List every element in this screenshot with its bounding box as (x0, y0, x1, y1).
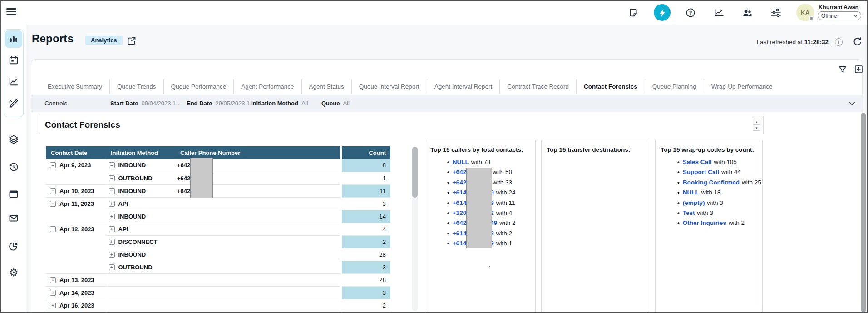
tab-queue-interval-report[interactable]: Queue Interval Report (351, 79, 427, 94)
filter-start-date[interactable]: Start Date09/04/2023 1... (110, 95, 181, 112)
panel-footnote: . (488, 261, 490, 268)
info-icon[interactable]: i (835, 38, 843, 46)
cell-initiation-method: +INBOUND (106, 248, 175, 261)
expand-plus-icon[interactable]: + (109, 252, 115, 258)
collapse-minus-icon[interactable]: − (109, 188, 115, 194)
help-icon[interactable]: ? (686, 8, 695, 18)
section-header: Contact Forensics ▲ ▼ (39, 116, 764, 134)
sidebar-item-mail[interactable] (8, 213, 19, 224)
chevron-down-icon[interactable] (848, 101, 856, 106)
wrapup-link[interactable]: Test (683, 209, 695, 216)
filter-queue[interactable]: QueueAll (321, 95, 350, 112)
section-spinner: ▲ ▼ (753, 119, 760, 131)
caller-link[interactable]: +614 (453, 230, 466, 237)
redaction-overlay (190, 158, 213, 198)
sidebar-item-design[interactable] (5, 94, 22, 112)
sidebar-item-window[interactable] (8, 189, 19, 199)
tab-wrap-up-performance[interactable]: Wrap-Up Performance (704, 79, 780, 94)
panel-wrapup-codes: Top 15 wrap-up codes by count: •Sales Ca… (655, 140, 763, 313)
wrapup-link[interactable]: Booking Confirmed (683, 179, 740, 186)
cell-count: 1 (341, 172, 390, 184)
sidebar-item-calendar[interactable] (5, 52, 22, 69)
method-label: DISCONNECT (118, 238, 158, 245)
agents-icon[interactable] (742, 8, 752, 18)
metrics-icon[interactable] (714, 8, 724, 18)
filter-icon[interactable] (838, 65, 847, 74)
caller-link[interactable]: NULL (453, 159, 469, 165)
wrapup-item: •Other Inquirieswith 2 (677, 218, 762, 228)
column-header-count[interactable]: Count (341, 146, 390, 159)
column-header-contact-date[interactable]: Contact Date (46, 146, 106, 159)
date-label: Apr 10, 2023 (59, 188, 94, 194)
method-cell-content: +DISCONNECT (106, 236, 176, 248)
filter-initiation-method[interactable]: Initiation MethodAll (251, 95, 308, 112)
panel-title: Top 15 callers by total contacts: (425, 140, 535, 153)
caller-link[interactable]: +614 (453, 189, 466, 196)
collapse-minus-icon[interactable]: − (109, 162, 115, 168)
collapse-minus-icon[interactable]: − (109, 175, 115, 181)
bullet-icon: • (677, 169, 680, 175)
spinner-up-icon[interactable]: ▲ (753, 119, 760, 125)
expand-plus-icon[interactable]: + (109, 226, 115, 232)
expand-plus-icon[interactable]: + (109, 201, 115, 207)
tab-contract-trace-record[interactable]: Contract Trace Record (499, 79, 576, 94)
collapse-minus-icon[interactable]: − (50, 226, 56, 232)
status-select[interactable]: Offline (818, 11, 861, 20)
sidebar-item-history[interactable] (8, 161, 19, 172)
sidebar-item-metrics[interactable] (5, 73, 22, 90)
caller-link[interactable]: +120 (453, 209, 466, 216)
expand-plus-icon[interactable]: + (50, 303, 56, 308)
quick-actions-icon[interactable] (654, 4, 671, 21)
sidebar-item-layers[interactable] (8, 134, 19, 145)
download-icon[interactable] (854, 65, 863, 74)
table-scrollbar-thumb[interactable] (412, 147, 418, 198)
tab-agent-status[interactable]: Agent Status (301, 79, 351, 94)
wrapup-link[interactable]: NULL (683, 189, 699, 196)
external-link-icon[interactable] (127, 36, 136, 45)
expand-plus-icon[interactable]: + (50, 277, 56, 283)
bullet-icon: • (677, 219, 680, 226)
sidebar-item-analytics-dashboard[interactable] (5, 30, 22, 48)
sidebar-item-settings[interactable]: ⚙ (8, 267, 19, 278)
table-row: +Apr 16, 20232 (46, 299, 390, 312)
refresh-icon[interactable] (853, 37, 862, 46)
caller-link[interactable]: +642 (453, 219, 466, 226)
expand-plus-icon[interactable]: + (109, 239, 115, 245)
wrapup-link[interactable]: Other Inquiries (683, 219, 726, 226)
tab-executive-summary[interactable]: Executive Summary (40, 79, 109, 94)
wrapup-link[interactable]: (empty) (683, 199, 705, 206)
date-cell-content: +Apr 13, 2023 (46, 274, 106, 286)
contact-forensics-table: Contact DateInitiation MethodCaller Phon… (46, 146, 390, 312)
tab-agent-interval-report[interactable]: Agent Interval Report (427, 79, 500, 94)
tab-queue-performance[interactable]: Queue Performance (163, 79, 234, 94)
notes-icon[interactable] (628, 8, 638, 18)
caller-link[interactable]: +614 (453, 199, 466, 206)
gear-icon: ⚙ (8, 267, 19, 278)
method-label: INBOUND (118, 213, 146, 220)
caller-link[interactable]: +614 (453, 240, 466, 247)
column-header-caller-phone-number[interactable]: Caller Phone Number (175, 146, 341, 159)
sidebar-item-pie-chart[interactable] (8, 241, 19, 252)
method-label: OUTBOUND (118, 175, 153, 182)
expand-plus-icon[interactable]: + (109, 264, 115, 270)
hamburger-menu-icon[interactable] (6, 8, 16, 15)
wrapup-link[interactable]: Support Call (683, 169, 719, 175)
tab-queue-planning[interactable]: Queue Planning (645, 79, 704, 94)
wrapup-link[interactable]: Sales Call (683, 159, 712, 165)
page-scrollbar-thumb[interactable] (861, 113, 866, 313)
collapse-minus-icon[interactable]: − (50, 188, 56, 194)
column-header-initiation-method[interactable]: Initiation Method (106, 146, 175, 159)
collapse-minus-icon[interactable]: − (50, 201, 56, 207)
filter-end-date[interactable]: End Date29/05/2023 1... (187, 95, 255, 112)
spinner-down-icon[interactable]: ▼ (753, 125, 760, 131)
caller-link[interactable]: +642 (453, 179, 466, 186)
sliders-icon[interactable] (770, 8, 782, 18)
caller-link[interactable]: +642 (453, 169, 466, 175)
tab-contact-forensics[interactable]: Contact Forensics (576, 79, 645, 94)
page-title: Reports (32, 32, 74, 45)
expand-plus-icon[interactable]: + (50, 290, 56, 296)
collapse-minus-icon[interactable]: − (50, 162, 56, 168)
tab-agent-performance[interactable]: Agent Performance (233, 79, 301, 94)
tab-queue-trends[interactable]: Queue Trends (109, 79, 163, 94)
expand-plus-icon[interactable]: + (109, 214, 115, 219)
